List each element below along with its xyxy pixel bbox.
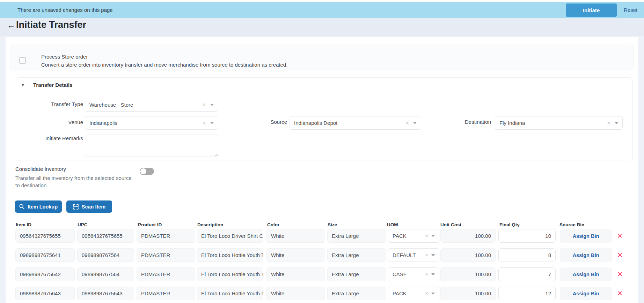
item-id-input[interactable]: 09898987675642 <box>15 267 75 281</box>
uom-select[interactable]: CASE✕ <box>388 267 439 281</box>
assign-bin-button[interactable]: Assign Bin <box>560 267 612 281</box>
consolidate-inventory-label: Consolidate Inventory <box>15 166 66 172</box>
description-input[interactable]: El Toro Loco Driver Shirt Ca <box>197 229 263 243</box>
venue-select[interactable]: Indianapolis ✕ <box>85 116 218 130</box>
initiate-button[interactable]: Initiate <box>566 3 617 17</box>
clear-icon[interactable]: ✕ <box>425 233 429 238</box>
assign-bin-button[interactable]: Assign Bin <box>560 229 612 243</box>
chevron-down-icon[interactable] <box>431 254 435 256</box>
destination-select[interactable]: Fly Indiana ✕ <box>495 116 623 130</box>
consolidate-inventory-description: Transfer all the inventory from the sele… <box>15 174 132 189</box>
chevron-down-icon[interactable] <box>431 235 435 237</box>
table-row: 098989876756420989898767564PDMASTEREl To… <box>0 267 644 281</box>
chevron-down-icon[interactable] <box>431 293 435 295</box>
process-store-order-checkbox[interactable] <box>19 57 26 64</box>
chevron-down-icon[interactable] <box>615 122 618 124</box>
chevron-down-icon[interactable] <box>210 122 214 124</box>
source-value: Indianapolis Depot <box>294 120 403 126</box>
destination-value: Fly Indiana <box>499 120 605 126</box>
uom-select[interactable]: PACK✕ <box>388 287 439 300</box>
upc-input[interactable]: 09564327675655 <box>77 229 134 243</box>
size-input[interactable]: Extra Large <box>327 267 386 281</box>
clear-icon[interactable]: ✕ <box>425 272 429 277</box>
upc-input[interactable]: 0989898767564 <box>77 248 134 262</box>
collapse-caret-icon[interactable]: ▼ <box>21 83 25 87</box>
uom-select[interactable]: DEFAULT✕ <box>388 248 439 262</box>
delete-row-icon[interactable]: ✕ <box>615 287 625 300</box>
description-input[interactable]: El Toro Loco Hottie Youth Ti <box>197 287 263 300</box>
upc-input[interactable]: 0989898767564 <box>77 267 134 281</box>
clear-icon[interactable]: ✕ <box>202 120 206 126</box>
chevron-down-icon[interactable] <box>210 104 214 106</box>
column-header-source-bin: Source Bin <box>559 222 584 227</box>
final-qty-input[interactable]: 10 <box>498 229 556 243</box>
delete-row-icon[interactable]: ✕ <box>615 267 625 281</box>
uom-select[interactable]: PACK✕ <box>388 229 439 243</box>
color-input[interactable]: White <box>266 229 325 243</box>
final-qty-input[interactable]: 7 <box>498 267 556 281</box>
item-id-input[interactable]: 09898987675643 <box>15 287 75 300</box>
item-lookup-button[interactable]: Item Lookup <box>15 200 62 213</box>
column-header-item-id: Item ID <box>16 222 31 227</box>
back-arrow-icon[interactable]: ← <box>7 20 15 30</box>
size-input[interactable]: Extra Large <box>327 248 386 262</box>
banner-message: There are unsaved changes on this page <box>17 7 113 13</box>
uom-value: PACK <box>393 290 423 296</box>
transfer-type-select[interactable]: Warehouse - Store ✕ <box>85 98 218 112</box>
column-header-uom: UOM <box>387 222 398 227</box>
uom-value: CASE <box>393 271 423 277</box>
chevron-down-icon[interactable] <box>413 122 417 124</box>
destination-label: Destination <box>439 119 491 125</box>
reset-link[interactable]: Reset <box>624 2 637 18</box>
size-input[interactable]: Extra Large <box>327 229 386 243</box>
item-lookup-label: Item Lookup <box>28 204 58 210</box>
initiate-remarks-label: Initiate Remarks <box>17 135 83 141</box>
upc-input[interactable]: 09898987675643 <box>77 287 134 300</box>
color-input[interactable]: White <box>266 287 325 300</box>
unit-cost-field: 100.00 <box>440 267 496 281</box>
final-qty-input[interactable]: 12 <box>498 287 556 300</box>
assign-bin-button[interactable]: Assign Bin <box>560 248 612 262</box>
transfer-type-label: Transfer Type <box>24 101 83 107</box>
clear-icon[interactable]: ✕ <box>202 102 206 108</box>
column-header-upc: UPC <box>78 222 88 227</box>
page-title: Initiate Transfer <box>16 20 86 30</box>
transfer-type-value: Warehouse - Store <box>89 102 200 108</box>
unit-cost-field: 100.00 <box>440 287 496 300</box>
initiate-remarks-textarea[interactable] <box>85 135 218 157</box>
uom-value: PACK <box>393 233 423 239</box>
color-input[interactable]: White <box>266 248 325 262</box>
clear-icon[interactable]: ✕ <box>425 252 429 258</box>
final-qty-input[interactable]: 8 <box>498 248 556 262</box>
product-id-input[interactable]: PDMASTER <box>137 267 195 281</box>
color-input[interactable]: White <box>266 267 325 281</box>
process-store-order-label: Process Store order <box>41 54 88 60</box>
size-input[interactable]: Extra Large <box>327 287 386 300</box>
table-row: 098989876756410989898767564PDMASTEREl To… <box>0 248 644 262</box>
product-id-input[interactable]: PDMASTER <box>137 229 195 243</box>
scan-item-button[interactable]: Scan Item <box>66 200 112 213</box>
table-row: 0989898767564309898987675643PDMASTEREl T… <box>0 287 644 300</box>
scan-item-label: Scan Item <box>82 204 106 210</box>
description-input[interactable]: El Toro Loco Hottie Youth Te <box>197 248 263 262</box>
delete-row-icon[interactable]: ✕ <box>615 229 625 243</box>
transfer-details-title: Transfer Details <box>33 82 73 88</box>
delete-row-icon[interactable]: ✕ <box>615 248 625 262</box>
description-input[interactable]: El Toro Loco Hottie Youth Te <box>197 267 263 281</box>
item-id-input[interactable]: 09898987675641 <box>15 248 75 262</box>
consolidate-inventory-toggle[interactable] <box>140 168 154 175</box>
page-header <box>0 18 644 36</box>
assign-bin-button[interactable]: Assign Bin <box>560 287 612 300</box>
source-select[interactable]: Indianapolis Depot ✕ <box>290 116 421 130</box>
item-id-input[interactable]: 09564327675655 <box>15 229 75 243</box>
column-header-unit-cost: Unit Cost <box>440 222 461 227</box>
clear-icon[interactable]: ✕ <box>425 291 429 296</box>
chevron-down-icon[interactable] <box>431 273 435 275</box>
clear-icon[interactable]: ✕ <box>607 120 611 126</box>
product-id-input[interactable]: PDMASTER <box>137 248 195 262</box>
column-header-description: Description <box>197 222 223 227</box>
source-label: Source <box>235 119 287 125</box>
toggle-knob-icon <box>140 168 146 174</box>
product-id-input[interactable]: PDMASTER <box>137 287 195 300</box>
clear-icon[interactable]: ✕ <box>405 120 409 126</box>
